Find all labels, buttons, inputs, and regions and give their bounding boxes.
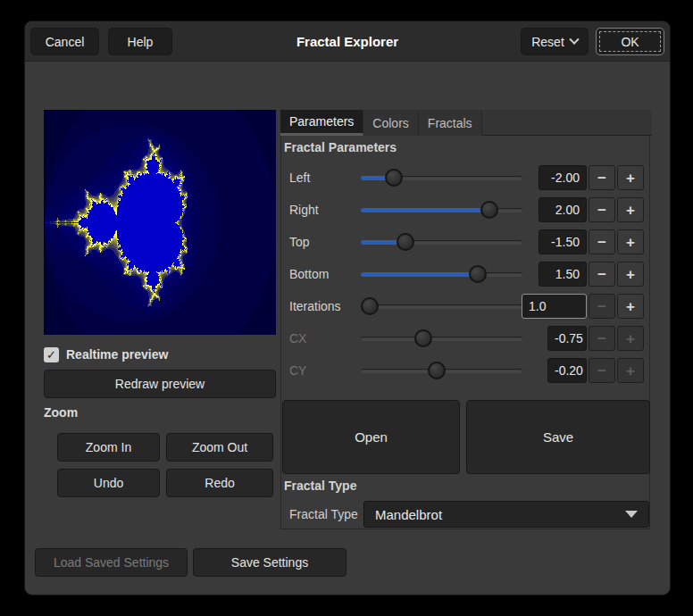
param-label-bottom: Bottom [289, 258, 329, 290]
checkbox-checked-icon[interactable]: ✓ [44, 347, 59, 362]
slider-top[interactable] [361, 226, 522, 258]
increment-button-bottom[interactable]: + [617, 262, 644, 287]
help-button[interactable]: Help [108, 28, 172, 55]
slider-track-cx [361, 337, 522, 341]
zoom-button-redo[interactable]: Redo [166, 469, 273, 497]
tab-fractals[interactable]: Fractals [419, 110, 482, 136]
param-row-right: Right2.00−+ [281, 194, 649, 226]
value-entry-bottom[interactable]: 1.50 [539, 262, 587, 287]
slider-left[interactable] [361, 162, 522, 194]
realtime-preview-checkbox-row[interactable]: ✓ Realtime preview [44, 345, 168, 363]
slider-thumb-iterations[interactable] [361, 297, 379, 315]
tab-parameters[interactable]: Parameters [280, 110, 363, 136]
param-row-top: Top-1.50−+ [281, 226, 649, 258]
param-row-iterations: Iterations1.0−+ [281, 290, 649, 322]
slider-cx [361, 322, 522, 354]
settings-notebook: ParametersColorsFractals Fractal Paramet… [280, 110, 650, 529]
increment-button-left[interactable]: + [617, 165, 644, 190]
param-row-bottom: Bottom1.50−+ [281, 258, 649, 290]
zoom-button-undo[interactable]: Undo [57, 469, 160, 497]
tab-bar: ParametersColorsFractals [280, 110, 652, 136]
fractal-parameters-heading: Fractal Parameters [284, 140, 397, 154]
slider-bottom[interactable] [361, 258, 522, 290]
slider-thumb-cy [428, 362, 446, 379]
decrement-button-right[interactable]: − [589, 197, 615, 222]
param-label-cx: CX [289, 322, 306, 354]
open-button[interactable]: Open [282, 400, 460, 474]
param-row-cx: CX-0.75−+ [281, 322, 649, 354]
value-entry-top[interactable]: -1.50 [539, 229, 587, 254]
cancel-button[interactable]: Cancel [30, 28, 99, 55]
param-label-cy: CY [289, 354, 306, 387]
slider-thumb-top[interactable] [397, 233, 414, 251]
param-label-left: Left [289, 162, 310, 194]
zoom-button-zoom-in[interactable]: Zoom In [57, 433, 160, 462]
param-label-top: Top [289, 226, 310, 258]
value-entry-cy: -0.20 [547, 358, 587, 383]
reset-button[interactable]: Reset [521, 28, 589, 55]
slider-thumb-bottom[interactable] [469, 265, 487, 283]
decrement-button-bottom[interactable]: − [589, 262, 615, 287]
fractal-preview[interactable] [44, 110, 276, 335]
ok-button[interactable]: OK [596, 28, 664, 55]
slider-right[interactable] [361, 194, 522, 226]
value-entry-left[interactable]: -2.00 [539, 165, 587, 190]
fractal-type-dropdown[interactable]: Mandelbrot [363, 501, 649, 528]
redraw-preview-button[interactable]: Redraw preview [44, 370, 276, 398]
slider-fill-right [361, 208, 489, 212]
fractal-type-heading: Fractal Type [284, 479, 356, 493]
fractal-explorer-dialog: Fractal Explorer Cancel Help Reset OK ✓ … [24, 21, 671, 595]
zoom-section-heading: Zoom [44, 405, 78, 420]
param-label-right: Right [289, 194, 319, 226]
param-label-iterations: Iterations [289, 290, 341, 322]
param-row-left: Left-2.00−+ [281, 162, 649, 194]
decrement-button-left[interactable]: − [589, 165, 615, 190]
increment-button-cy: + [617, 358, 644, 383]
save-settings-button[interactable]: Save Settings [193, 548, 346, 577]
slider-track-iterations [361, 304, 522, 309]
screen: Fractal Explorer Cancel Help Reset OK ✓ … [0, 0, 693, 616]
titlebar[interactable]: Fractal Explorer Cancel Help Reset OK [25, 21, 670, 62]
zoom-button-zoom-out[interactable]: Zoom Out [166, 433, 273, 462]
slider-thumb-cx [414, 329, 432, 347]
fractal-type-value: Mandelbrot [375, 507, 442, 522]
fractal-type-label: Fractal Type [289, 501, 358, 528]
chevron-down-icon [569, 34, 579, 44]
value-entry-iterations[interactable]: 1.0 [522, 294, 587, 319]
load-saved-settings-button: Load Saved Settings [35, 548, 188, 577]
dropdown-caret-icon [625, 511, 638, 518]
value-entry-right[interactable]: 2.00 [539, 197, 587, 222]
reset-label: Reset [531, 35, 564, 49]
increment-button-iterations[interactable]: + [617, 294, 644, 319]
increment-button-right[interactable]: + [617, 197, 644, 222]
decrement-button-cy: − [589, 358, 615, 383]
decrement-button-cx: − [589, 326, 615, 351]
slider-thumb-right[interactable] [480, 201, 498, 219]
decrement-button-iterations: − [589, 294, 615, 319]
increment-button-cx: + [617, 326, 644, 351]
slider-iterations[interactable] [361, 290, 522, 322]
param-row-cy: CY-0.20−+ [281, 354, 649, 387]
realtime-preview-label: Realtime preview [66, 347, 168, 362]
tab-colors[interactable]: Colors [363, 110, 418, 136]
slider-fill-bottom [361, 272, 478, 277]
value-entry-cx: -0.75 [547, 326, 587, 351]
slider-thumb-left[interactable] [385, 169, 403, 187]
decrement-button-top[interactable]: − [589, 229, 615, 254]
save-button[interactable]: Save [466, 400, 650, 474]
increment-button-top[interactable]: + [617, 229, 644, 254]
slider-cy [361, 354, 522, 387]
